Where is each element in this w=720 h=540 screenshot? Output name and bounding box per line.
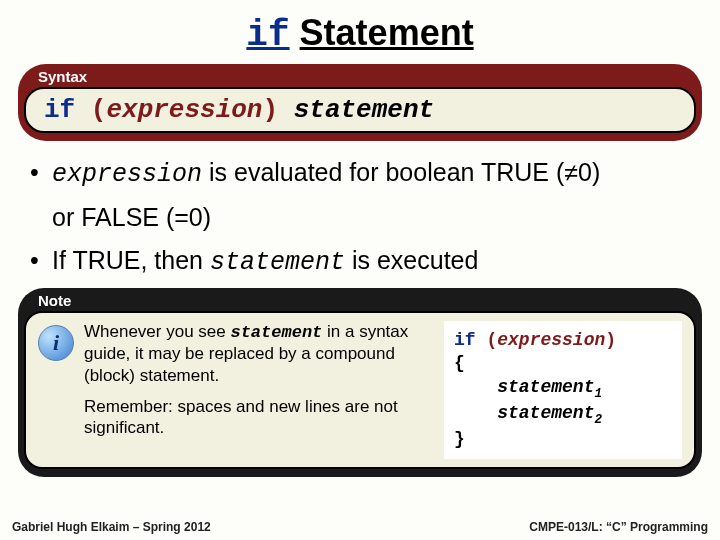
footer-left: Gabriel Hugh Elkaim – Spring 2012	[12, 520, 211, 534]
bullet-item: • expression is evaluated for boolean TR…	[30, 155, 696, 192]
syntax-panel: Syntax if (expression) statement	[18, 64, 702, 141]
bullet-text: or FALSE (=0)	[52, 200, 696, 235]
note-p1-mono: statement	[230, 323, 322, 342]
bullet-list: • expression is evaluated for boolean TR…	[30, 155, 696, 280]
info-icon: i	[38, 325, 74, 361]
code-expression: expression	[497, 330, 605, 350]
syntax-statement: statement	[294, 95, 434, 125]
code-statement: statement	[497, 377, 594, 397]
footer-right: CMPE-013/L: “C” Programming	[529, 520, 708, 534]
bullet-statement: statement	[210, 248, 345, 277]
syntax-open-paren: (	[91, 95, 107, 125]
syntax-keyword: if	[44, 95, 75, 125]
bullet-text: If TRUE, then	[52, 246, 210, 274]
note-text: Whenever you see statement in a syntax g…	[84, 321, 434, 448]
note-body: i Whenever you see statement in a syntax…	[24, 311, 696, 469]
syntax-label: Syntax	[24, 68, 696, 87]
code-close-paren: )	[605, 330, 616, 350]
code-sub2: 2	[594, 412, 602, 426]
note-p2: Remember: spaces and new lines are not s…	[84, 396, 434, 439]
bullet-text: is executed	[345, 246, 478, 274]
note-panel: Note i Whenever you see statement in a s…	[18, 288, 702, 477]
bullet-text: is evaluated for boolean TRUE (≠0)	[202, 158, 600, 186]
code-brace-close: }	[454, 429, 465, 449]
syntax-expression: expression	[106, 95, 262, 125]
bullet-item: • If TRUE, then statement is executed	[30, 243, 696, 280]
slide-title: if Statement	[0, 12, 720, 56]
code-sub1: 1	[594, 386, 602, 400]
note-p1a: Whenever you see	[84, 322, 230, 341]
syntax-close-paren: )	[262, 95, 278, 125]
code-open-paren: (	[486, 330, 497, 350]
code-brace-open: {	[454, 353, 465, 373]
title-keyword: if	[246, 15, 289, 56]
title-rest: Statement	[300, 12, 474, 53]
code-block: if (expression) { statement1 statement2 …	[444, 321, 682, 459]
syntax-box: if (expression) statement	[24, 87, 696, 133]
bullet-dot: •	[30, 155, 52, 192]
bullet-expression: expression	[52, 160, 202, 189]
code-keyword: if	[454, 330, 476, 350]
footer: Gabriel Hugh Elkaim – Spring 2012 CMPE-0…	[0, 520, 720, 534]
note-label: Note	[24, 292, 696, 311]
code-statement: statement	[497, 403, 594, 423]
bullet-dot: •	[30, 243, 52, 280]
